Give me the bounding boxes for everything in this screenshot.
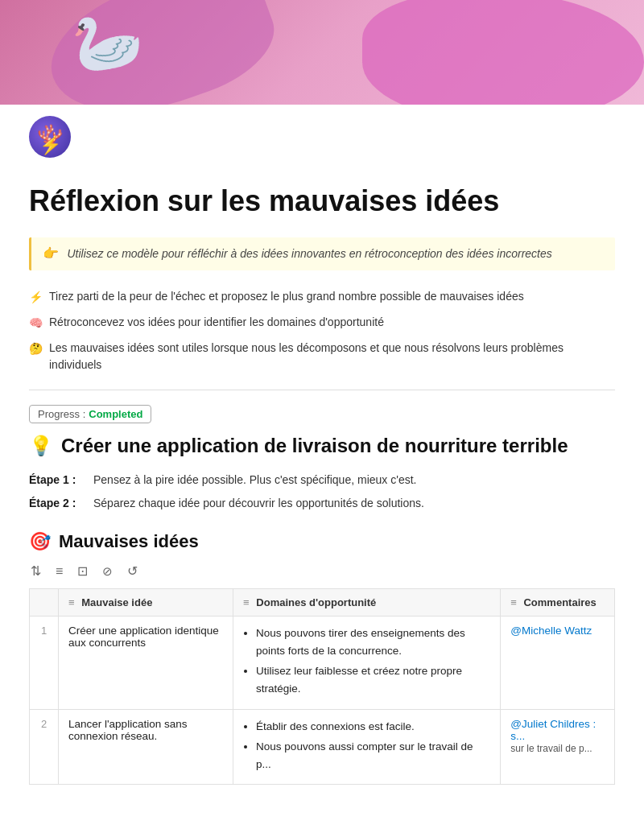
table-header-row: ≡ Mauvaise idée ≡ Domaines d'opportunité… — [30, 589, 615, 617]
bullet-text-2: Rétroconcevez vos idées pour identifier … — [49, 314, 384, 331]
toolbar-more-icon[interactable]: ↺ — [127, 563, 138, 579]
col-header-idea: ≡ Mauvaise idée — [59, 589, 233, 617]
progress-status: Completed — [89, 408, 142, 420]
table-row: 1 Créer une application identique aux co… — [30, 617, 615, 709]
step-label-2: Étape 2 : — [29, 495, 93, 512]
header-banner: 🦢 — [0, 0, 644, 105]
mention-2: @Juliet Childres : s... — [510, 718, 596, 742]
intro-block: 👉 Utilisez ce modèle pour réfléchir à de… — [29, 237, 615, 270]
intro-emoji: 👉 — [43, 246, 59, 260]
bullet-text-3: Les mauvaises idées sont utiles lorsque … — [49, 340, 615, 373]
toolbar-filter-icon[interactable]: ≡ — [56, 564, 63, 579]
step-row-2: Étape 2 : Séparez chaque idée pour décou… — [29, 495, 615, 512]
comment-suffix-2: sur le travail de p... — [510, 743, 592, 754]
section2-title-container: 🎯 Mauvaises idées — [29, 531, 615, 552]
step-row-1: Étape 1 : Pensez à la pire idée possible… — [29, 472, 615, 489]
col-icon-opportunity: ≡ — [243, 596, 250, 608]
bullet-item-3: 🤔 Les mauvaises idées sont utiles lorsqu… — [29, 340, 615, 373]
row-num-2: 2 — [30, 709, 59, 785]
table-toolbar: ⇅ ≡ ⊡ ⊘ ↺ — [29, 560, 615, 582]
app-icon-container: 🪸 — [29, 116, 644, 158]
col-header-opportunity: ≡ Domaines d'opportunité — [233, 589, 501, 617]
opportunity-item-2-2: Nous pouvons aussi compter sur le travai… — [256, 738, 490, 773]
page-content: Réflexion sur les mauvaises idées 👉 Util… — [0, 164, 644, 814]
row-comments-2: @Juliet Childres : s... sur le travail d… — [501, 709, 615, 785]
row-comments-1: @Michelle Wattz — [501, 617, 615, 709]
col-header-comments: ≡ Commentaires — [501, 589, 615, 617]
ideas-table: ≡ Mauvaise idée ≡ Domaines d'opportunité… — [29, 588, 615, 785]
banner-decoration2 — [362, 0, 644, 105]
mention-1: @Michelle Wattz — [510, 625, 592, 637]
section2-emoji: 🎯 — [29, 531, 51, 552]
bullet-emoji-3: 🤔 — [29, 340, 43, 357]
section2-container: 🎯 Mauvaises idées ⇅ ≡ ⊡ ⊘ ↺ ≡ Mauvaise i… — [29, 531, 615, 785]
step-text-1: Pensez à la pire idée possible. Plus c'e… — [93, 472, 416, 489]
section1-title: Créer une application de livraison de no… — [61, 435, 568, 457]
row-idea-2: Lancer l'application sans connexion rése… — [59, 709, 233, 785]
row-idea-1: Créer une application identique aux conc… — [59, 617, 233, 709]
bullet-item-1: ⚡ Tirez parti de la peur de l'échec et p… — [29, 288, 615, 306]
banner-bird: 🦢 — [68, 2, 148, 80]
progress-badge: Progress : Completed — [29, 405, 151, 423]
toolbar-group-icon[interactable]: ⊡ — [77, 563, 88, 579]
row-opportunity-2: Établir des connexions est facile. Nous … — [233, 709, 501, 785]
col-icon-idea: ≡ — [68, 596, 75, 608]
section1-title-container: 💡 Créer une application de livraison de … — [29, 435, 615, 457]
table-row: 2 Lancer l'application sans connexion ré… — [30, 709, 615, 785]
section1-emoji: 💡 — [29, 435, 53, 457]
step-label-1: Étape 1 : — [29, 472, 93, 489]
section-divider — [29, 390, 615, 390]
bullet-emoji-1: ⚡ — [29, 289, 43, 306]
bullet-text-1: Tirez parti de la peur de l'échec et pro… — [49, 288, 524, 305]
bullet-item-2: 🧠 Rétroconcevez vos idées pour identifie… — [29, 314, 615, 332]
toolbar-sort-icon[interactable]: ⇅ — [31, 563, 41, 579]
opportunity-item-2-1: Établir des connexions est facile. — [256, 718, 490, 736]
bullet-list: ⚡ Tirez parti de la peur de l'échec et p… — [29, 288, 615, 373]
step-text-2: Séparez chaque idée pour découvrir les o… — [93, 495, 424, 512]
row-opportunity-1: Nous pouvons tirer des enseignements des… — [233, 617, 501, 709]
col-icon-comments: ≡ — [510, 596, 517, 608]
opportunity-item-1-1: Nous pouvons tirer des enseignements des… — [256, 625, 490, 659]
app-icon: 🪸 — [29, 116, 71, 158]
opportunity-item-1-2: Utilisez leur faiblesse et créez notre p… — [256, 662, 490, 697]
col-header-num — [30, 589, 59, 617]
page-title: Réflexion sur les mauvaises idées — [29, 184, 615, 218]
bullet-emoji-2: 🧠 — [29, 315, 43, 332]
app-icon-blob: 🪸 — [37, 123, 63, 148]
progress-label: Progress : — [38, 408, 85, 420]
row-num-1: 1 — [30, 617, 59, 709]
steps-block: Étape 1 : Pensez à la pire idée possible… — [29, 472, 615, 512]
toolbar-hide-icon[interactable]: ⊘ — [102, 564, 113, 579]
intro-text: Utilisez ce modèle pour réfléchir à des … — [67, 247, 551, 260]
section2-title: Mauvaises idées — [59, 531, 199, 552]
